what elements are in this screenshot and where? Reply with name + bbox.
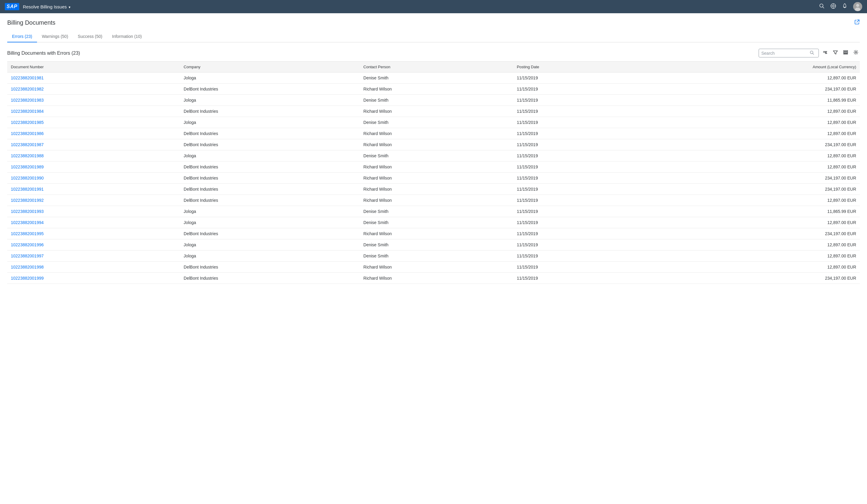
doc-link[interactable]: 10223882001996 xyxy=(11,242,44,247)
doc-link[interactable]: 10223882001992 xyxy=(11,198,44,203)
doc-link[interactable]: 10223882001991 xyxy=(11,187,44,191)
avatar[interactable] xyxy=(853,2,862,11)
svg-line-14 xyxy=(813,54,814,55)
doc-link[interactable]: 10223882001982 xyxy=(11,87,44,91)
cell-contact-person: Denise Smith xyxy=(360,239,513,251)
table-row: 10223882001985 Jologa Denise Smith 11/15… xyxy=(7,117,860,128)
user-settings-icon[interactable] xyxy=(830,3,836,11)
table-row: 10223882001996 Jologa Denise Smith 11/15… xyxy=(7,239,860,251)
doc-link[interactable]: 10223882001986 xyxy=(11,131,44,136)
cell-doc-number[interactable]: 10223882001997 xyxy=(7,251,180,262)
billing-documents-table: Document Number Company Contact Person P… xyxy=(7,61,860,284)
cell-doc-number[interactable]: 10223882001985 xyxy=(7,117,180,128)
settings-button[interactable] xyxy=(852,48,860,58)
cell-doc-number[interactable]: 10223882001989 xyxy=(7,162,180,173)
cell-doc-number[interactable]: 10223882001992 xyxy=(7,195,180,206)
cell-amount: 12,897.00 EUR xyxy=(641,262,860,273)
cell-contact-person: Denise Smith xyxy=(360,117,513,128)
external-link-icon[interactable] xyxy=(854,19,860,26)
cell-company: Jologa xyxy=(180,150,360,162)
cell-doc-number[interactable]: 10223882001983 xyxy=(7,95,180,106)
cell-amount: 234,197.00 EUR xyxy=(641,273,860,284)
cell-posting-date: 11/15/2019 xyxy=(513,106,641,117)
search-icon[interactable] xyxy=(819,3,825,11)
doc-link[interactable]: 10223882001984 xyxy=(11,109,44,114)
doc-link[interactable]: 10223882001998 xyxy=(11,265,44,270)
cell-doc-number[interactable]: 10223882001988 xyxy=(7,150,180,162)
doc-link[interactable]: 10223882001993 xyxy=(11,209,44,214)
search-icon xyxy=(810,50,814,56)
cell-doc-number[interactable]: 10223882001987 xyxy=(7,139,180,150)
doc-link[interactable]: 10223882001985 xyxy=(11,120,44,125)
cell-company: DelBont Industries xyxy=(180,195,360,206)
cell-posting-date: 11/15/2019 xyxy=(513,228,641,239)
svg-rect-18 xyxy=(844,51,848,52)
tab-success[interactable]: Success (50) xyxy=(73,31,107,42)
doc-link[interactable]: 10223882001987 xyxy=(11,142,44,147)
cell-contact-person: Richard Wilson xyxy=(360,84,513,95)
cell-posting-date: 11/15/2019 xyxy=(513,128,641,139)
cell-doc-number[interactable]: 10223882001991 xyxy=(7,184,180,195)
cell-contact-person: Richard Wilson xyxy=(360,273,513,284)
cell-amount: 12,897.00 EUR xyxy=(641,117,860,128)
cell-posting-date: 11/15/2019 xyxy=(513,117,641,128)
cell-doc-number[interactable]: 10223882001996 xyxy=(7,239,180,251)
cell-doc-number[interactable]: 10223882001982 xyxy=(7,84,180,95)
cell-contact-person: Denise Smith xyxy=(360,206,513,217)
tab-errors[interactable]: Errors (23) xyxy=(7,31,37,42)
table-header: Billing Documents with Errors (23) xyxy=(7,48,860,58)
col-header-amount: Amount (Local Currency) xyxy=(641,62,860,73)
cell-company: Jologa xyxy=(180,217,360,228)
cell-company: DelBont Industries xyxy=(180,128,360,139)
sort-button[interactable] xyxy=(821,48,829,58)
doc-link[interactable]: 10223882001988 xyxy=(11,153,44,158)
table-row: 10223882001981 Jologa Denise Smith 11/15… xyxy=(7,73,860,84)
svg-line-12 xyxy=(857,20,859,22)
table-row: 10223882001986 DelBont Industries Richar… xyxy=(7,128,860,139)
cell-doc-number[interactable]: 10223882001998 xyxy=(7,262,180,273)
cell-doc-number[interactable]: 10223882001984 xyxy=(7,106,180,117)
table-row: 10223882001983 Jologa Denise Smith 11/15… xyxy=(7,95,860,106)
doc-link[interactable]: 10223882001999 xyxy=(11,276,44,281)
cell-posting-date: 11/15/2019 xyxy=(513,273,641,284)
cell-company: Jologa xyxy=(180,73,360,84)
cell-doc-number[interactable]: 10223882001999 xyxy=(7,273,180,284)
cell-doc-number[interactable]: 10223882001981 xyxy=(7,73,180,84)
doc-link[interactable]: 10223882001994 xyxy=(11,220,44,225)
group-button[interactable] xyxy=(842,48,849,58)
cell-company: Jologa xyxy=(180,117,360,128)
cell-doc-number[interactable]: 10223882001995 xyxy=(7,228,180,239)
cell-amount: 12,897.00 EUR xyxy=(641,128,860,139)
svg-line-1 xyxy=(823,7,824,8)
tab-warnings[interactable]: Warnings (50) xyxy=(37,31,73,42)
cell-amount: 12,897.00 EUR xyxy=(641,150,860,162)
table-head: Document Number Company Contact Person P… xyxy=(7,62,860,73)
cell-contact-person: Richard Wilson xyxy=(360,173,513,184)
search-box[interactable] xyxy=(759,49,819,57)
doc-link[interactable]: 10223882001995 xyxy=(11,231,44,236)
doc-link[interactable]: 10223882001989 xyxy=(11,164,44,169)
svg-rect-19 xyxy=(844,52,848,53)
table-row: 10223882001984 DelBont Industries Richar… xyxy=(7,106,860,117)
cell-contact-person: Richard Wilson xyxy=(360,195,513,206)
cell-contact-person: Denise Smith xyxy=(360,217,513,228)
bell-icon[interactable] xyxy=(842,3,848,11)
tab-information[interactable]: Information (10) xyxy=(107,31,147,42)
cell-doc-number[interactable]: 10223882001993 xyxy=(7,206,180,217)
cell-contact-person: Richard Wilson xyxy=(360,162,513,173)
chevron-down-icon[interactable] xyxy=(69,4,71,9)
filter-button[interactable] xyxy=(832,48,839,58)
cell-company: DelBont Industries xyxy=(180,273,360,284)
table-row: 10223882001988 Jologa Denise Smith 11/15… xyxy=(7,150,860,162)
doc-link[interactable]: 10223882001981 xyxy=(11,76,44,80)
cell-amount: 234,197.00 EUR xyxy=(641,184,860,195)
cell-doc-number[interactable]: 10223882001990 xyxy=(7,173,180,184)
search-input[interactable] xyxy=(761,51,810,56)
doc-link[interactable]: 10223882001990 xyxy=(11,176,44,180)
table-row: 10223882001990 DelBont Industries Richar… xyxy=(7,173,860,184)
doc-link[interactable]: 10223882001983 xyxy=(11,98,44,102)
cell-doc-number[interactable]: 10223882001986 xyxy=(7,128,180,139)
cell-doc-number[interactable]: 10223882001994 xyxy=(7,217,180,228)
doc-link[interactable]: 10223882001997 xyxy=(11,253,44,258)
cell-posting-date: 11/15/2019 xyxy=(513,95,641,106)
